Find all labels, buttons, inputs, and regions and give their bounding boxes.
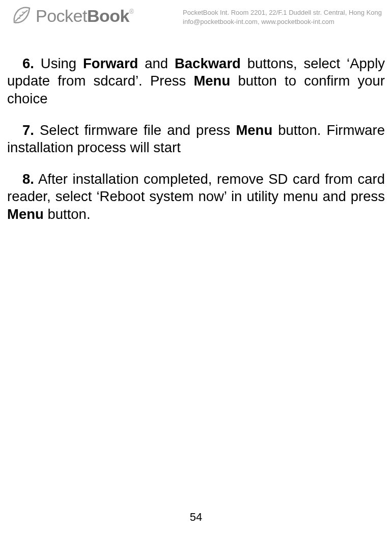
step-number: 7. (22, 122, 34, 138)
step-text: button. (44, 206, 91, 222)
logo: PocketBook® (10, 5, 133, 26)
logo-word1: Pocket (36, 6, 87, 25)
step-bold: Forward (83, 55, 138, 71)
logo-text: PocketBook® (36, 6, 133, 26)
step-6: 6. Using Forward and Backward buttons, s… (7, 55, 385, 107)
step-text: Select firmware file and press (34, 122, 236, 138)
step-number: 6. (22, 55, 34, 71)
step-text: and (138, 55, 175, 71)
step-number: 8. (22, 171, 34, 187)
step-bold: Menu (193, 73, 230, 89)
step-8: 8. After installation completed, remove … (7, 171, 385, 223)
registered-icon: ® (129, 8, 133, 15)
step-bold: Menu (7, 206, 44, 222)
leaf-icon (10, 5, 32, 26)
step-7: 7. Select firmware file and press Menu b… (7, 122, 385, 157)
step-text: Using (34, 55, 83, 71)
step-bold: Backward (175, 55, 241, 71)
page-number: 54 (0, 511, 392, 524)
document-content: 6. Using Forward and Backward buttons, s… (0, 31, 392, 223)
step-text: After installation completed, remove SD … (7, 171, 385, 204)
company-contact: info@pocketbook-int.com, www.pocketbook-… (183, 17, 382, 26)
company-info: PocketBook Int. Room 2201, 22/F.1 Duddel… (183, 5, 382, 26)
logo-word2: Book (87, 6, 129, 25)
step-bold: Menu (236, 122, 272, 138)
page-header: PocketBook® PocketBook Int. Room 2201, 2… (0, 0, 392, 31)
company-address: PocketBook Int. Room 2201, 22/F.1 Duddel… (183, 8, 382, 17)
